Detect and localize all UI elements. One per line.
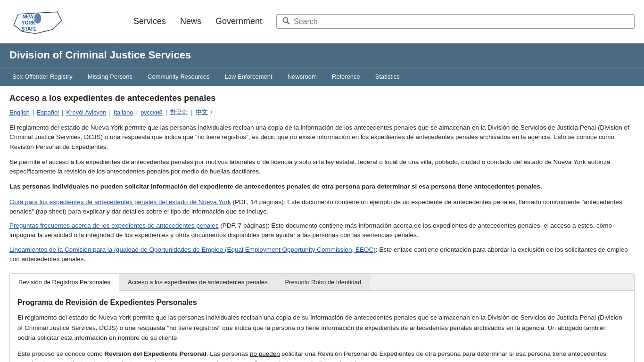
tab-content: Programa de Revisión de Expedientes Pers… <box>10 291 634 362</box>
sub-navigation: Sex Offender Registry Missing Persons Co… <box>0 67 644 86</box>
nav-news[interactable]: News <box>180 16 201 26</box>
agency-title: Division of Criminal Justice Services <box>9 49 191 61</box>
subnav-newsroom[interactable]: Newsroom <box>280 67 324 86</box>
subnav-reference[interactable]: Reference <box>324 67 368 86</box>
language-links: English | Español | Kreyòl Ayisyen | Ita… <box>9 108 635 116</box>
tab-body-p1: El reglamento del estado de Nueva York p… <box>17 313 627 343</box>
main-nav: Services News Government <box>119 14 635 29</box>
tab-body-p2: Este proceso se conoce como Revisión del… <box>17 349 627 362</box>
doc-link-1[interactable]: Guía para los expedientes de antecedente… <box>9 198 231 206</box>
tab-acceso-expedientes[interactable]: Acceso a los expedientes de antecedentes… <box>119 274 276 290</box>
doc-link-2[interactable]: Preguntas frecuentes acerca de los exped… <box>9 222 219 229</box>
lang-espanol[interactable]: Español <box>37 109 59 116</box>
tab-p2-post: . Las personas <box>206 350 250 357</box>
doc-link-3-paragraph: Lineamientos de la Comisión para la Igua… <box>9 245 635 264</box>
tab-revision-registros[interactable]: Revisión de Registros Personales <box>10 274 119 291</box>
lang-kreyol[interactable]: Kreyòl Ayisyen <box>66 109 106 116</box>
lang-chinese[interactable]: 中文 <box>196 108 208 116</box>
subnav-law-enforcement[interactable]: Law Enforcement <box>217 67 280 86</box>
top-navigation: NEW YORK STATE Services News Government <box>0 0 644 43</box>
doc-link-2-paragraph: Preguntas frecuentes acerca de los exped… <box>9 221 635 240</box>
doc-link-3[interactable]: Lineamientos de la Comisión para la Igua… <box>9 246 376 253</box>
tab-p2-bold: Revisión del Expediente Personal <box>105 350 206 357</box>
nav-services[interactable]: Services <box>133 16 166 26</box>
svg-line-6 <box>288 22 289 24</box>
body-paragraph-1: El reglamento del estado de Nueva York p… <box>9 123 635 152</box>
lang-italiano[interactable]: Italiano <box>114 109 133 116</box>
lang-korean[interactable]: 한국어 <box>170 108 188 116</box>
tab-p2-pre: Este proceso se conoce como <box>17 350 105 357</box>
svg-text:YORK: YORK <box>22 20 36 25</box>
svg-text:NEW: NEW <box>23 14 34 19</box>
body-paragraph-2: Se permite el acceso a los expedientes d… <box>9 157 635 177</box>
search-bar[interactable] <box>276 14 635 29</box>
nav-government[interactable]: Government <box>215 16 262 26</box>
main-content: Acceso a los expedientes de antecedentes… <box>0 86 644 362</box>
search-input[interactable] <box>294 17 628 26</box>
ny-state-logo: NEW YORK STATE <box>9 5 66 38</box>
lang-english[interactable]: English <box>9 109 30 116</box>
tab-section-title: Programa de Revisión de Expedientes Pers… <box>17 298 627 307</box>
search-icon <box>282 17 290 26</box>
subnav-statistics[interactable]: Statistics <box>368 67 407 86</box>
page-title: Acceso a los expedientes de antecedentes… <box>9 93 635 103</box>
doc-link-1-paragraph: Guía para los expedientes de antecedente… <box>9 197 635 217</box>
lang-russian[interactable]: русский <box>140 109 163 116</box>
agency-header: Division of Criminal Justice Services <box>0 43 644 67</box>
tab-bar: Revisión de Registros Personales Acceso … <box>10 274 634 291</box>
subnav-missing-persons[interactable]: Missing Persons <box>80 67 140 86</box>
subnav-community-resources[interactable]: Community Resources <box>140 67 217 86</box>
svg-text:STATE: STATE <box>22 26 37 31</box>
logo-area: NEW YORK STATE <box>9 0 119 43</box>
tab-p2-underline: no pueden <box>250 350 280 357</box>
tab-robo-identidad[interactable]: Presunto Robo de Identidad <box>276 274 370 290</box>
bold-line: Las personas individuales no pueden soli… <box>9 182 635 191</box>
subnav-sex-offender[interactable]: Sex Offender Registry <box>5 67 80 86</box>
tabs-section: Revisión de Registros Personales Acceso … <box>9 273 635 362</box>
